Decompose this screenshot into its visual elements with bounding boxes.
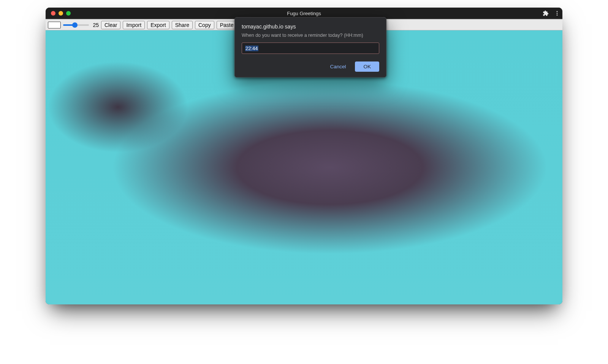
minimize-window-button[interactable] — [59, 11, 63, 16]
window-controls — [51, 11, 71, 16]
dialog-input[interactable]: 22:44 — [242, 43, 379, 54]
app-window: Fugu Greetings 25 Clear Import Export Sh… — [46, 8, 562, 304]
copy-button[interactable]: Copy — [195, 21, 214, 29]
clear-button[interactable]: Clear — [101, 21, 120, 29]
zoom-window-button[interactable] — [66, 11, 71, 16]
dialog-origin: tomayac.github.io says — [242, 24, 379, 30]
dialog-buttons: Cancel OK — [242, 61, 379, 72]
paste-button[interactable]: Paste — [217, 21, 237, 29]
svg-point-0 — [557, 11, 558, 12]
svg-point-2 — [557, 14, 558, 16]
canvas-subject: pufferfish (fugu) — [529, 298, 559, 302]
kebab-menu-icon[interactable] — [554, 10, 560, 16]
ok-button[interactable]: OK — [355, 61, 379, 72]
slider-thumb[interactable] — [72, 22, 78, 28]
extensions-icon[interactable] — [543, 10, 549, 16]
close-window-button[interactable] — [51, 11, 55, 16]
brush-size-slider[interactable] — [63, 22, 89, 28]
share-button[interactable]: Share — [172, 21, 193, 29]
titlebar-right — [543, 8, 560, 19]
window-title: Fugu Greetings — [46, 11, 562, 16]
cancel-button[interactable]: Cancel — [328, 62, 348, 71]
js-prompt-dialog: tomayac.github.io says When do you want … — [234, 17, 386, 77]
export-button[interactable]: Export — [147, 21, 169, 29]
import-button[interactable]: Import — [123, 21, 145, 29]
dialog-message: When do you want to receive a reminder t… — [242, 33, 379, 38]
brush-size-value: 25 — [92, 22, 99, 28]
svg-point-1 — [557, 13, 558, 14]
color-swatch[interactable] — [48, 22, 61, 28]
dialog-input-value: 22:44 — [245, 46, 258, 51]
